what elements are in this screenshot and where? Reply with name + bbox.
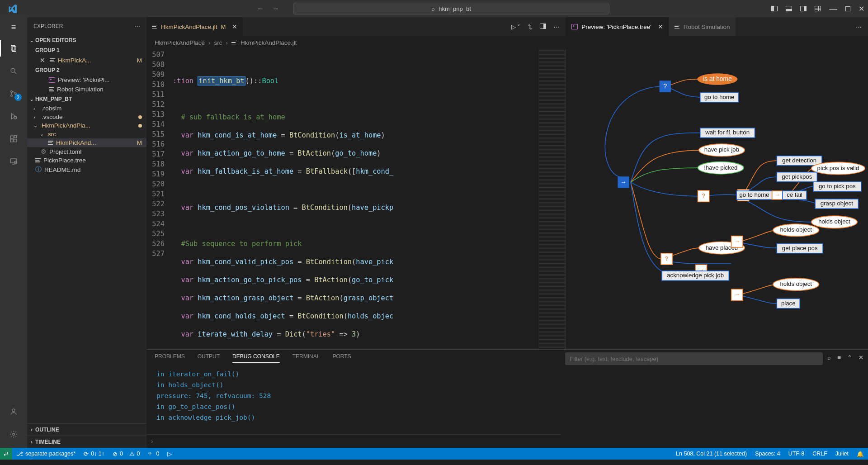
run-debug-icon[interactable] (7, 110, 20, 123)
git-branch[interactable]: ⎇separate-packages* (12, 448, 80, 460)
code-content[interactable]: :tion init_hkm_bt()::Bool # sub fallback… (173, 49, 538, 349)
extensions-icon[interactable] (7, 133, 20, 145)
breadcrumb[interactable]: HkmPickAndPlace› src› HkmPickAndPlace.jl… (146, 36, 868, 49)
svg-text:go to home: go to home (704, 94, 734, 100)
svg-text:→: → (774, 191, 780, 198)
settings-gear-icon[interactable] (7, 428, 20, 441)
toggle-panel-icon[interactable] (786, 6, 792, 11)
editor-tab[interactable]: Robot Simulation (669, 17, 736, 36)
more-icon[interactable]: ⋯ (553, 24, 559, 30)
svg-point-4 (11, 91, 13, 93)
editor-tab[interactable]: Preview: 'PicknPlace.tree' ✕ (566, 17, 669, 36)
svg-text:→: → (621, 179, 627, 185)
explorer-icon[interactable] (7, 42, 20, 55)
toggle-primary-sidebar-icon[interactable] (771, 6, 778, 11)
toggle-secondary-sidebar-icon[interactable] (800, 6, 807, 11)
debug-status-icon[interactable]: ▷ (163, 448, 176, 460)
preview-icon (571, 24, 578, 29)
maximize-icon[interactable] (845, 6, 850, 11)
chevron-right-icon: › (31, 427, 33, 433)
remote-explorer-icon[interactable] (7, 155, 20, 168)
git-sync[interactable]: ⟳0↓ 1↑ (80, 448, 108, 460)
svg-text:?: ? (702, 192, 705, 199)
source-control-icon[interactable]: 2 (7, 87, 20, 100)
minimap[interactable] (538, 49, 566, 349)
tree-folder[interactable]: ›.robsim (27, 104, 146, 113)
nav-forward-icon[interactable]: → (272, 5, 279, 13)
code-editor[interactable]: 5075085095105115125135145155165175185195… (146, 49, 566, 349)
customize-layout-icon[interactable] (815, 6, 821, 11)
menu-icon[interactable]: ≡ (11, 23, 16, 32)
scm-badge: 2 (14, 94, 22, 101)
preview-panel[interactable]: → ? is at home go to home wait for f1 bu… (566, 49, 868, 349)
problems-tab[interactable]: PROBLEMS (155, 353, 185, 362)
timeline-section[interactable]: ›TIMELINE (27, 436, 146, 448)
problems-status[interactable]: ⊘0 ⚠0 (108, 448, 144, 460)
chevron-down-icon: ⌄ (30, 38, 33, 43)
svg-point-5 (11, 95, 13, 97)
close-panel-icon[interactable]: ✕ (859, 354, 863, 361)
debug-console-tab[interactable]: DEBUG CONSOLE (232, 353, 280, 363)
more-icon[interactable]: ⋯ (856, 24, 862, 30)
tree-folder[interactable]: ⌄HkmPickAndPla... (27, 121, 146, 130)
close-icon[interactable]: ✕ (232, 23, 237, 30)
debug-console-output[interactable]: in iterator_on_fail() in holds_object() … (146, 366, 561, 434)
nav-back-icon[interactable]: ← (257, 5, 264, 13)
close-icon[interactable]: ✕ (658, 23, 663, 30)
ports-status[interactable]: ᯤ0 (144, 448, 163, 460)
filter-input[interactable] (565, 352, 823, 365)
titlebar: ← → ⌕ hkm_pnp_bt ― ✕ (0, 0, 868, 17)
file-icon (50, 58, 55, 62)
minimize-icon[interactable]: ― (829, 4, 837, 14)
svg-point-15 (12, 409, 15, 412)
tree-folder[interactable]: ›.vscode (27, 113, 146, 121)
debug-console-input[interactable]: › (146, 434, 561, 448)
file-icon (48, 141, 53, 145)
warning-icon: ⚠ (129, 451, 135, 457)
output-tab[interactable]: OUTPUT (198, 353, 220, 362)
remote-indicator[interactable]: ⇄ (0, 448, 12, 460)
tree-file[interactable]: ⚙Project.toml (27, 147, 146, 156)
svg-text:pick pos is valid: pick pos is valid (817, 165, 859, 171)
svg-text:holds object: holds object (818, 218, 850, 225)
cursor-position[interactable]: Ln 508, Col 21 (11 selected) (672, 451, 751, 457)
eol[interactable]: CRLF (808, 451, 831, 457)
notifications-icon[interactable]: 🔔 (853, 451, 868, 457)
open-editors-header[interactable]: ⌄OPEN EDITORS (27, 35, 146, 45)
split-editor-icon[interactable] (540, 24, 546, 30)
language-mode[interactable]: Juliet (831, 451, 853, 457)
project-header[interactable]: ⌄HKM_PNP_BT (27, 94, 146, 104)
explorer-sidebar: EXPLORER ⋯ ⌄OPEN EDITORS GROUP 1 ✕ HkmPi… (27, 17, 146, 448)
explorer-more-icon[interactable]: ⋯ (135, 23, 140, 29)
tree-file[interactable]: PicknPlace.tree (27, 156, 146, 165)
svg-rect-8 (10, 136, 13, 138)
run-icon[interactable]: ▷ ˅ (511, 24, 521, 30)
close-icon[interactable]: ✕ (40, 57, 45, 64)
search-activity-icon[interactable] (7, 65, 20, 77)
diff-icon[interactable]: ⇅ (528, 24, 533, 30)
collapse-panel-icon[interactable]: ⌃ (847, 354, 852, 361)
svg-text:?: ? (664, 83, 667, 90)
terminal-tab[interactable]: TERMINAL (292, 353, 320, 362)
editor-tab[interactable]: HkmPickAndPlace.jlt M ✕ (146, 17, 243, 36)
tree-file[interactable]: HkmPickAnd...M (27, 138, 146, 147)
open-editor-item[interactable]: Robot Simulation (27, 85, 146, 94)
indentation[interactable]: Spaces: 4 (751, 451, 784, 457)
close-icon[interactable]: ✕ (859, 5, 864, 13)
tree-folder[interactable]: ⌄src (27, 130, 146, 138)
file-icon (231, 41, 237, 45)
open-editor-item[interactable]: ✕ HkmPickA... M (27, 55, 146, 65)
group2-label: GROUP 2 (27, 65, 146, 75)
search-icon[interactable]: ⌕ (827, 354, 831, 361)
ports-tab[interactable]: PORTS (332, 353, 351, 362)
open-editor-item[interactable]: Preview: 'PicknPl... (27, 75, 146, 85)
filter-lines-icon[interactable]: ≡ (837, 354, 841, 361)
group1-label: GROUP 1 (27, 45, 146, 55)
accounts-icon[interactable] (7, 405, 20, 418)
svg-rect-1 (12, 47, 16, 52)
outline-section[interactable]: ›OUTLINE (27, 423, 146, 436)
command-center[interactable]: ⌕ hkm_pnp_bt (293, 3, 609, 14)
tree-file[interactable]: ⓘREADME.md (27, 165, 146, 175)
svg-text:!have picked: !have picked (704, 164, 737, 171)
encoding[interactable]: UTF-8 (784, 451, 808, 457)
